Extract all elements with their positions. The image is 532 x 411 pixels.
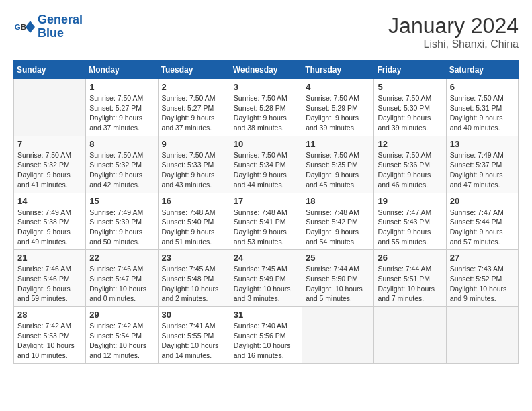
day-info: Sunrise: 7:42 AM Sunset: 5:54 PM Dayligh… bbox=[89, 321, 154, 361]
calendar-cell: 20Sunrise: 7:47 AM Sunset: 5:44 PM Dayli… bbox=[446, 193, 518, 250]
day-number: 31 bbox=[234, 310, 298, 320]
day-info: Sunrise: 7:49 AM Sunset: 5:39 PM Dayligh… bbox=[89, 208, 154, 247]
day-number: 20 bbox=[450, 196, 515, 206]
day-info: Sunrise: 7:45 AM Sunset: 5:48 PM Dayligh… bbox=[162, 264, 226, 304]
svg-text:B: B bbox=[21, 22, 26, 30]
calendar-cell: 28Sunrise: 7:42 AM Sunset: 5:53 PM Dayli… bbox=[14, 307, 86, 364]
day-info: Sunrise: 7:50 AM Sunset: 5:28 PM Dayligh… bbox=[234, 93, 298, 133]
weekday-header-row: SundayMondayTuesdayWednesdayThursdayFrid… bbox=[14, 61, 519, 79]
weekday-header: Wednesday bbox=[230, 61, 302, 79]
day-info: Sunrise: 7:44 AM Sunset: 5:51 PM Dayligh… bbox=[378, 264, 442, 304]
day-info: Sunrise: 7:48 AM Sunset: 5:40 PM Dayligh… bbox=[162, 208, 226, 247]
day-number: 21 bbox=[17, 253, 82, 263]
calendar-cell: 6Sunrise: 7:50 AM Sunset: 5:31 PM Daylig… bbox=[446, 79, 518, 136]
weekday-header: Sunday bbox=[14, 61, 86, 79]
day-number: 13 bbox=[450, 139, 515, 149]
calendar-cell: 18Sunrise: 7:48 AM Sunset: 5:42 PM Dayli… bbox=[302, 193, 374, 250]
day-number: 15 bbox=[89, 196, 154, 206]
day-number: 29 bbox=[89, 310, 154, 320]
day-number: 16 bbox=[162, 196, 226, 206]
calendar-cell: 1Sunrise: 7:50 AM Sunset: 5:27 PM Daylig… bbox=[86, 79, 158, 136]
svg-marker-3 bbox=[26, 21, 35, 33]
calendar-cell: 17Sunrise: 7:48 AM Sunset: 5:41 PM Dayli… bbox=[230, 193, 302, 250]
day-number: 4 bbox=[306, 82, 370, 92]
day-info: Sunrise: 7:44 AM Sunset: 5:50 PM Dayligh… bbox=[306, 264, 370, 304]
calendar-cell: 7Sunrise: 7:50 AM Sunset: 5:32 PM Daylig… bbox=[14, 136, 86, 193]
day-info: Sunrise: 7:50 AM Sunset: 5:33 PM Dayligh… bbox=[162, 150, 226, 190]
calendar-week-row: 1Sunrise: 7:50 AM Sunset: 5:27 PM Daylig… bbox=[14, 79, 519, 136]
calendar-week-row: 14Sunrise: 7:49 AM Sunset: 5:38 PM Dayli… bbox=[14, 193, 519, 250]
calendar-cell: 23Sunrise: 7:45 AM Sunset: 5:48 PM Dayli… bbox=[158, 250, 230, 307]
day-number: 5 bbox=[378, 82, 442, 92]
location-subtitle: Lishi, Shanxi, China bbox=[388, 38, 519, 50]
day-number: 6 bbox=[450, 82, 515, 92]
day-number: 22 bbox=[89, 253, 154, 263]
calendar-week-row: 21Sunrise: 7:46 AM Sunset: 5:46 PM Dayli… bbox=[14, 250, 519, 307]
calendar-cell: 11Sunrise: 7:50 AM Sunset: 5:35 PM Dayli… bbox=[302, 136, 374, 193]
calendar-cell: 25Sunrise: 7:44 AM Sunset: 5:50 PM Dayli… bbox=[302, 250, 374, 307]
day-info: Sunrise: 7:40 AM Sunset: 5:56 PM Dayligh… bbox=[234, 321, 298, 361]
calendar-cell: 8Sunrise: 7:50 AM Sunset: 5:32 PM Daylig… bbox=[86, 136, 158, 193]
calendar-cell: 22Sunrise: 7:46 AM Sunset: 5:47 PM Dayli… bbox=[86, 250, 158, 307]
calendar-cell: 27Sunrise: 7:43 AM Sunset: 5:52 PM Dayli… bbox=[446, 250, 518, 307]
calendar-cell: 2Sunrise: 7:50 AM Sunset: 5:27 PM Daylig… bbox=[158, 79, 230, 136]
day-info: Sunrise: 7:48 AM Sunset: 5:41 PM Dayligh… bbox=[234, 208, 298, 247]
day-info: Sunrise: 7:46 AM Sunset: 5:47 PM Dayligh… bbox=[89, 264, 154, 304]
calendar-cell: 30Sunrise: 7:41 AM Sunset: 5:55 PM Dayli… bbox=[158, 307, 230, 364]
calendar-table: SundayMondayTuesdayWednesdayThursdayFrid… bbox=[13, 60, 519, 364]
day-number: 17 bbox=[234, 196, 298, 206]
day-number: 12 bbox=[378, 139, 442, 149]
calendar-cell bbox=[446, 307, 518, 364]
calendar-cell: 16Sunrise: 7:48 AM Sunset: 5:40 PM Dayli… bbox=[158, 193, 230, 250]
day-number: 9 bbox=[162, 139, 226, 149]
day-info: Sunrise: 7:50 AM Sunset: 5:36 PM Dayligh… bbox=[378, 150, 442, 190]
calendar-cell: 24Sunrise: 7:45 AM Sunset: 5:49 PM Dayli… bbox=[230, 250, 302, 307]
calendar-cell bbox=[14, 79, 86, 136]
day-info: Sunrise: 7:43 AM Sunset: 5:52 PM Dayligh… bbox=[450, 264, 515, 304]
day-number: 8 bbox=[89, 139, 154, 149]
calendar-cell: 26Sunrise: 7:44 AM Sunset: 5:51 PM Dayli… bbox=[374, 250, 446, 307]
day-info: Sunrise: 7:50 AM Sunset: 5:34 PM Dayligh… bbox=[234, 150, 298, 190]
weekday-header: Monday bbox=[86, 61, 158, 79]
calendar-cell: 31Sunrise: 7:40 AM Sunset: 5:56 PM Dayli… bbox=[230, 307, 302, 364]
day-info: Sunrise: 7:50 AM Sunset: 5:27 PM Dayligh… bbox=[89, 93, 154, 133]
logo-text: General Blue bbox=[38, 13, 83, 40]
day-info: Sunrise: 7:50 AM Sunset: 5:35 PM Dayligh… bbox=[306, 150, 370, 190]
day-info: Sunrise: 7:41 AM Sunset: 5:55 PM Dayligh… bbox=[162, 321, 226, 361]
day-info: Sunrise: 7:49 AM Sunset: 5:38 PM Dayligh… bbox=[17, 208, 82, 247]
day-info: Sunrise: 7:50 AM Sunset: 5:29 PM Dayligh… bbox=[306, 93, 370, 133]
day-number: 10 bbox=[234, 139, 298, 149]
svg-text:G: G bbox=[15, 22, 21, 30]
calendar-cell: 9Sunrise: 7:50 AM Sunset: 5:33 PM Daylig… bbox=[158, 136, 230, 193]
calendar-cell: 21Sunrise: 7:46 AM Sunset: 5:46 PM Dayli… bbox=[14, 250, 86, 307]
calendar-cell: 12Sunrise: 7:50 AM Sunset: 5:36 PM Dayli… bbox=[374, 136, 446, 193]
day-number: 24 bbox=[234, 253, 298, 263]
day-info: Sunrise: 7:50 AM Sunset: 5:30 PM Dayligh… bbox=[378, 93, 442, 133]
day-number: 26 bbox=[378, 253, 442, 263]
calendar-cell: 29Sunrise: 7:42 AM Sunset: 5:54 PM Dayli… bbox=[86, 307, 158, 364]
day-number: 19 bbox=[378, 196, 442, 206]
page-header: G B General Blue January 2024 Lishi, Sha… bbox=[13, 13, 519, 50]
calendar-cell: 15Sunrise: 7:49 AM Sunset: 5:39 PM Dayli… bbox=[86, 193, 158, 250]
day-number: 18 bbox=[306, 196, 370, 206]
title-block: January 2024 Lishi, Shanxi, China bbox=[388, 13, 519, 50]
weekday-header: Friday bbox=[374, 61, 446, 79]
day-number: 14 bbox=[17, 196, 82, 206]
day-number: 27 bbox=[450, 253, 515, 263]
day-info: Sunrise: 7:42 AM Sunset: 5:53 PM Dayligh… bbox=[17, 321, 82, 361]
calendar-cell: 13Sunrise: 7:49 AM Sunset: 5:37 PM Dayli… bbox=[446, 136, 518, 193]
day-number: 23 bbox=[162, 253, 226, 263]
calendar-cell bbox=[374, 307, 446, 364]
day-number: 25 bbox=[306, 253, 370, 263]
day-info: Sunrise: 7:47 AM Sunset: 5:43 PM Dayligh… bbox=[378, 208, 442, 247]
day-number: 11 bbox=[306, 139, 370, 149]
day-number: 7 bbox=[17, 139, 82, 149]
day-info: Sunrise: 7:48 AM Sunset: 5:42 PM Dayligh… bbox=[306, 208, 370, 247]
day-info: Sunrise: 7:50 AM Sunset: 5:32 PM Dayligh… bbox=[89, 150, 154, 190]
day-info: Sunrise: 7:46 AM Sunset: 5:46 PM Dayligh… bbox=[17, 264, 82, 304]
weekday-header: Thursday bbox=[302, 61, 374, 79]
calendar-cell: 19Sunrise: 7:47 AM Sunset: 5:43 PM Dayli… bbox=[374, 193, 446, 250]
calendar-week-row: 28Sunrise: 7:42 AM Sunset: 5:53 PM Dayli… bbox=[14, 307, 519, 364]
day-number: 1 bbox=[89, 82, 154, 92]
day-info: Sunrise: 7:50 AM Sunset: 5:31 PM Dayligh… bbox=[450, 93, 515, 133]
